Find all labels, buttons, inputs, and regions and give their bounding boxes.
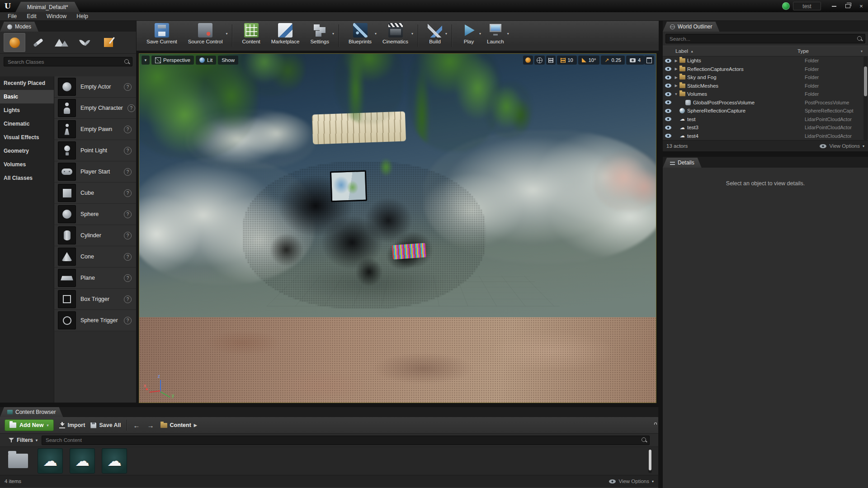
import-button[interactable]: Import	[59, 422, 85, 428]
maximize-viewport-button[interactable]	[644, 56, 654, 65]
menu-file[interactable]: File	[3, 12, 22, 20]
add-new-button[interactable]: Add New ▾	[5, 419, 54, 431]
category-geometry[interactable]: Geometry	[0, 144, 54, 158]
outliner-row-staticmeshes[interactable]: ▶ StaticMeshes Folder	[663, 82, 868, 90]
save-current-button[interactable]: Save Current	[141, 21, 183, 51]
help-icon[interactable]: ?	[124, 253, 132, 261]
scrollbar-thumb[interactable]	[864, 66, 867, 96]
class-item-plane[interactable]: Plane ?	[54, 267, 136, 289]
class-item-empty-character[interactable]: Empty Character ?	[54, 98, 136, 119]
category-cinematic[interactable]: Cinematic	[0, 117, 54, 131]
menu-window[interactable]: Window	[42, 12, 71, 20]
filters-button[interactable]: Filters ▾	[9, 437, 38, 443]
column-options-icon[interactable]: ▾	[861, 49, 868, 53]
expander-collapsed-icon[interactable]: ▶	[674, 67, 679, 71]
view-mode-lit-button[interactable]: Lit	[196, 56, 216, 65]
help-icon[interactable]: ?	[124, 168, 132, 176]
help-icon[interactable]: ?	[124, 274, 132, 282]
expander-collapsed-icon[interactable]: ▶	[674, 75, 679, 80]
search-content-input[interactable]	[42, 436, 650, 445]
visibility-eye-icon[interactable]	[665, 109, 671, 113]
viewport-options-button[interactable]: ▼	[142, 56, 150, 65]
outliner-row-spherereflectioncapture[interactable]: ▶ SphereReflectionCapture SphereReflecti…	[663, 107, 868, 115]
view-options-button[interactable]: View Options ▾	[820, 143, 864, 149]
launch-button[interactable]: Launch ▾	[481, 21, 509, 51]
close-button[interactable]: ×	[854, 0, 868, 12]
point-cloud-asset-tile[interactable]: ☁	[38, 448, 63, 474]
visibility-eye-icon[interactable]	[665, 134, 671, 138]
point-cloud-asset-tile[interactable]: ☁	[102, 448, 127, 474]
save-all-button[interactable]: Save All	[90, 422, 121, 428]
visibility-eye-icon[interactable]	[665, 59, 671, 63]
help-icon[interactable]: ?	[124, 126, 132, 133]
transform-gizmo-button[interactable]	[523, 56, 533, 65]
visibility-eye-icon[interactable]	[665, 67, 671, 71]
menu-edit[interactable]: Edit	[22, 12, 42, 20]
content-button[interactable]: Content	[236, 21, 265, 51]
outliner-row-sky-and-fog[interactable]: ▶ Sky and Fog Folder	[663, 73, 868, 82]
expander-collapsed-icon[interactable]: ▶	[674, 84, 679, 88]
category-volumes[interactable]: Volumes	[0, 158, 54, 171]
geometry-mode-button[interactable]	[98, 33, 119, 52]
class-item-empty-pawn[interactable]: Empty Pawn ?	[54, 119, 136, 140]
settings-button[interactable]: Settings ▾	[305, 21, 335, 51]
class-item-cylinder[interactable]: Cylinder ?	[54, 225, 136, 246]
outliner-row-test3[interactable]: ▶ ☁ test3 LidarPointCloudActor	[663, 123, 868, 132]
class-item-cone[interactable]: Cone ?	[54, 246, 136, 267]
class-item-empty-actor[interactable]: Empty Actor ?	[54, 76, 136, 98]
visibility-eye-icon[interactable]	[665, 84, 671, 88]
class-item-point-light[interactable]: Point Light ?	[54, 140, 136, 161]
back-button[interactable]: ←	[132, 422, 141, 429]
class-item-sphere-trigger[interactable]: Sphere Trigger ?	[54, 310, 136, 331]
perspective-button[interactable]: Perspective	[151, 56, 194, 65]
outliner-row-volumes[interactable]: ▼ Volumes Folder	[663, 90, 868, 99]
minimize-button[interactable]	[827, 0, 841, 12]
label-column-header[interactable]: Label ▲	[663, 48, 797, 54]
rotation-snap-button[interactable]: 10°	[578, 56, 600, 65]
view-options-button[interactable]: View Options ▾	[609, 479, 654, 484]
build-button[interactable]: Build ▾	[422, 21, 448, 51]
outliner-row-test[interactable]: ▶ ☁ test LidarPointCloudActor	[663, 115, 868, 124]
class-item-sphere[interactable]: Sphere ?	[54, 204, 136, 225]
category-visual-effects[interactable]: Visual Effects	[0, 131, 54, 144]
class-item-player-start[interactable]: Player Start ?	[54, 161, 136, 183]
paint-mode-button[interactable]	[27, 33, 49, 52]
help-icon[interactable]: ?	[127, 104, 135, 112]
help-icon[interactable]: ?	[124, 189, 132, 197]
visibility-eye-icon[interactable]	[665, 92, 671, 96]
foliage-mode-button[interactable]	[74, 33, 96, 52]
world-space-toggle-button[interactable]	[534, 56, 545, 65]
marketplace-button[interactable]: Marketplace	[266, 21, 305, 51]
help-icon[interactable]: ?	[124, 232, 132, 239]
category-basic[interactable]: Basic	[0, 90, 54, 103]
tab-modes[interactable]: Modes	[0, 22, 38, 32]
menu-help[interactable]: Help	[71, 12, 93, 20]
asset-grid-scrollbar[interactable]	[648, 449, 652, 473]
help-icon[interactable]: ?	[124, 147, 132, 155]
surface-snap-button[interactable]	[546, 56, 556, 65]
blueprints-button[interactable]: Blueprints ▾	[343, 21, 377, 51]
scale-snap-button[interactable]: ↗ 0.25	[601, 56, 624, 65]
help-icon[interactable]: ?	[124, 296, 132, 303]
help-icon[interactable]: ?	[124, 211, 132, 218]
visibility-eye-icon[interactable]	[665, 75, 671, 80]
content-folder-tile[interactable]	[5, 448, 31, 474]
visibility-eye-icon[interactable]	[665, 126, 671, 130]
source-control-button[interactable]: Source Control ▾	[183, 21, 228, 51]
outliner-row-test4[interactable]: ▶ ☁ test4 LidarPointCloudActor	[663, 132, 868, 141]
type-column-header[interactable]: Type	[797, 48, 861, 54]
restore-button[interactable]	[841, 0, 854, 12]
grid-snap-button[interactable]: 10	[557, 56, 577, 65]
class-item-box-trigger[interactable]: Box Trigger ?	[54, 289, 136, 310]
category-recently-placed[interactable]: Recently Placed	[0, 76, 54, 90]
help-icon[interactable]: ?	[124, 83, 132, 91]
category-all-classes[interactable]: All Classes	[0, 171, 54, 185]
point-cloud-asset-tile[interactable]: ☁	[70, 448, 95, 474]
level-tab[interactable]: Minimal_Default*	[15, 2, 80, 12]
camera-speed-button[interactable]: 4	[626, 56, 644, 65]
visibility-eye-icon[interactable]	[665, 100, 671, 104]
tab-content-browser[interactable]: Content Browser	[0, 407, 63, 417]
help-icon[interactable]: ?	[124, 317, 132, 324]
category-lights[interactable]: Lights	[0, 103, 54, 117]
place-mode-button[interactable]	[4, 33, 25, 52]
